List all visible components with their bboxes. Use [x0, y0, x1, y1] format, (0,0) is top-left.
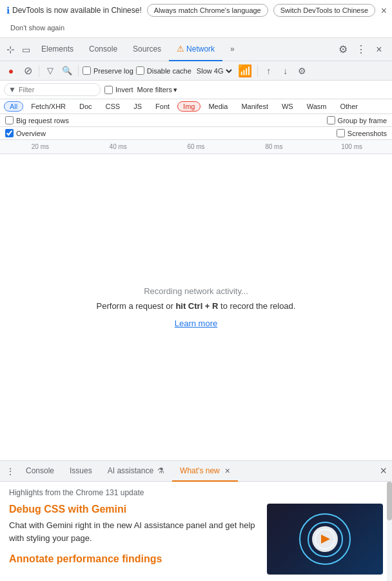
- upload-icon[interactable]: ↑: [262, 64, 276, 78]
- filter-input[interactable]: [19, 86, 93, 94]
- feature-block: Debug CSS with Gemini Chat with Gemini r…: [9, 504, 383, 575]
- notification-bar: ℹ DevTools is now available in Chinese! …: [0, 0, 392, 38]
- download-icon[interactable]: ↓: [279, 64, 293, 78]
- main-content-area: Recording network activity... Perform a …: [0, 154, 392, 460]
- screenshots-label[interactable]: Screenshots: [337, 129, 387, 137]
- bottom-tab-bar: ⋮ Console Issues AI assistance ⚗ What's …: [0, 461, 392, 482]
- type-filter-all[interactable]: All: [4, 101, 23, 112]
- group-by-frame-label[interactable]: Group by frame: [327, 116, 387, 124]
- feature2-title: Annotate performance findings: [9, 553, 258, 565]
- bottom-tab-ai-assistance[interactable]: AI assistance ⚗: [100, 461, 172, 482]
- screenshots-checkbox[interactable]: [337, 129, 345, 137]
- notification-text: ℹ DevTools is now available in Chinese!: [6, 5, 142, 15]
- type-filter-js[interactable]: JS: [128, 101, 148, 112]
- notification-close-button[interactable]: ×: [381, 5, 387, 17]
- play-triangle-icon: [321, 535, 330, 544]
- filter-input-wrap[interactable]: ▼: [4, 83, 101, 96]
- group-by-frame-checkbox[interactable]: [327, 116, 335, 124]
- disable-cache-label[interactable]: Disable cache: [136, 66, 191, 75]
- type-filter-css[interactable]: CSS: [100, 101, 126, 112]
- devtools-more-icon[interactable]: ⋮: [353, 42, 369, 57]
- disable-cache-checkbox[interactable]: [136, 66, 144, 75]
- bottom-tab-console[interactable]: Console: [18, 461, 62, 482]
- type-filter-doc[interactable]: Doc: [74, 101, 98, 112]
- type-filter-manifest[interactable]: Manifest: [235, 101, 274, 112]
- filter-funnel-icon: ▼: [8, 85, 16, 94]
- filter-row: ▼ Invert More filters ▾: [0, 81, 392, 99]
- feature1-desc: Chat with Gemini right in the new AI ass…: [9, 519, 258, 544]
- tick-100ms: 100 ms: [313, 143, 391, 150]
- throttle-select[interactable]: Slow 4G: [194, 66, 234, 75]
- tick-40ms: 40 ms: [79, 143, 157, 150]
- feature-thumbnail: [267, 504, 383, 575]
- bottom-content-whats-new: Highlights from the Chrome 131 update De…: [0, 482, 392, 581]
- overview-checkbox[interactable]: [5, 129, 14, 137]
- always-match-button[interactable]: Always match Chrome's language: [147, 4, 268, 17]
- preserve-log-checkbox[interactable]: [83, 66, 91, 75]
- scrollbar-thumb[interactable]: [387, 482, 392, 520]
- overview-row: Overview Screenshots: [0, 127, 392, 140]
- toolbar-separator-3: [257, 65, 258, 77]
- type-filter-other[interactable]: Other: [334, 101, 364, 112]
- recording-info: Recording network activity... Perform a …: [97, 286, 296, 328]
- type-filter-font[interactable]: Font: [150, 101, 175, 112]
- devtools-tab-bar: ⊹ ▭ Elements Console Sources ⚠ Network »…: [0, 38, 392, 61]
- recording-instruction: Perform a request or hit Ctrl + R to rec…: [97, 301, 296, 311]
- search-button[interactable]: 🔍: [60, 64, 74, 78]
- tab-network[interactable]: ⚠ Network: [169, 38, 222, 61]
- switch-devtools-button[interactable]: Switch DevTools to Chinese: [273, 4, 375, 17]
- network-toolbar: ● ⊘ ▽ 🔍 Preserve log Disable cache Slow …: [0, 61, 392, 81]
- record-button[interactable]: ●: [4, 64, 18, 78]
- more-filters-button[interactable]: More filters ▾: [137, 86, 177, 94]
- type-filter-media[interactable]: Media: [202, 101, 233, 112]
- tab-more[interactable]: »: [222, 38, 242, 61]
- clear-button[interactable]: ⊘: [21, 64, 35, 78]
- whats-new-close-icon[interactable]: ×: [225, 466, 230, 476]
- feature1-title: Debug CSS with Gemini: [9, 504, 258, 515]
- overview-label[interactable]: Overview: [5, 129, 46, 137]
- inspect-icon[interactable]: ⊹: [3, 42, 18, 57]
- scrollbar-track[interactable]: [387, 482, 392, 581]
- preserve-log-label[interactable]: Preserve log: [83, 66, 133, 75]
- type-filter-wasm[interactable]: Wasm: [301, 101, 333, 112]
- feature-text: Debug CSS with Gemini Chat with Gemini r…: [9, 504, 258, 565]
- big-request-rows-checkbox[interactable]: [5, 116, 14, 124]
- invert-label[interactable]: Invert: [104, 86, 133, 94]
- device-mode-icon[interactable]: ▭: [18, 42, 34, 57]
- timeline-ticks: 20 ms 40 ms 60 ms 80 ms 100 ms: [0, 143, 392, 150]
- tick-20ms: 20 ms: [1, 143, 79, 150]
- bottom-panel-close-button[interactable]: ×: [377, 464, 389, 478]
- tab-sources[interactable]: Sources: [125, 38, 169, 61]
- tab-elements[interactable]: Elements: [34, 38, 81, 61]
- options-row: Big request rows Group by frame: [0, 114, 392, 127]
- tick-60ms: 60 ms: [157, 143, 235, 150]
- bottom-tab-issues[interactable]: Issues: [62, 461, 100, 482]
- tab-console[interactable]: Console: [81, 38, 125, 61]
- big-request-rows-label[interactable]: Big request rows: [5, 116, 69, 124]
- devtools-close-icon[interactable]: ×: [371, 42, 387, 57]
- info-icon: ℹ: [6, 5, 10, 15]
- settings-icon[interactable]: ⚙: [335, 42, 351, 57]
- bottom-panel: ⋮ Console Issues AI assistance ⚗ What's …: [0, 460, 392, 581]
- type-filter-row: All Fetch/XHR Doc CSS JS Font Img Media …: [0, 99, 392, 114]
- bottom-tab-whats-new[interactable]: What's new ×: [172, 461, 238, 482]
- panel-menu-button[interactable]: ⋮: [3, 464, 18, 479]
- toolbar-separator: [39, 65, 39, 77]
- network-settings-icon[interactable]: ⚙: [295, 64, 309, 78]
- type-filter-ws[interactable]: WS: [276, 101, 299, 112]
- keyboard-shortcut: hit Ctrl + R: [175, 301, 218, 311]
- tick-80ms: 80 ms: [235, 143, 313, 150]
- type-filter-img[interactable]: Img: [177, 101, 201, 112]
- learn-more-link[interactable]: Learn more: [175, 319, 217, 328]
- dont-show-again-button[interactable]: Don't show again: [6, 22, 68, 34]
- timeline-header: 20 ms 40 ms 60 ms 80 ms 100 ms: [0, 140, 392, 154]
- play-button-overlay[interactable]: [312, 526, 338, 552]
- ai-beaker-icon: ⚗: [157, 466, 164, 475]
- network-warning-icon: ⚠: [177, 44, 184, 54]
- invert-checkbox[interactable]: [104, 86, 113, 94]
- highlights-label: Highlights from the Chrome 131 update: [9, 488, 383, 497]
- filter-toggle-button[interactable]: ▽: [43, 64, 57, 78]
- type-filter-fetch[interactable]: Fetch/XHR: [25, 101, 72, 112]
- recording-status: Recording network activity...: [97, 286, 296, 296]
- devtools-window: ℹ DevTools is now available in Chinese! …: [0, 0, 392, 581]
